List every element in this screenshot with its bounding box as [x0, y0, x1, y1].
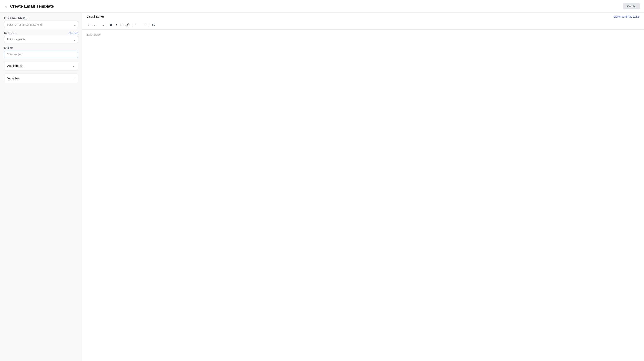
unordered-list-button[interactable]: [141, 23, 147, 28]
editor-header: Visual Editor Switch to HTML Editor: [82, 12, 644, 21]
svg-text:3: 3: [136, 25, 136, 26]
back-button[interactable]: ‹: [4, 3, 8, 9]
svg-point-11: [142, 25, 143, 26]
recipients-label: Recipients: [4, 31, 17, 34]
page-title: Create Email Template: [10, 4, 54, 9]
main-layout: Email Template Kind Select an email temp…: [0, 12, 644, 361]
attachments-section: Attachments ⌄: [4, 61, 78, 70]
editor-body-placeholder: Enter body: [86, 33, 100, 36]
attachments-chevron-icon: ⌄: [72, 64, 75, 68]
clear-formatting-button[interactable]: Tx: [150, 23, 156, 27]
attachments-header[interactable]: Attachments ⌄: [4, 61, 78, 70]
unordered-list-icon: [142, 23, 146, 26]
cc-button[interactable]: Cc: [68, 31, 72, 34]
variables-header[interactable]: Variables ⌄: [4, 74, 78, 83]
link-button[interactable]: [125, 23, 130, 28]
toolbar-separator-3: [148, 23, 149, 27]
subject-group: Subject: [4, 46, 78, 58]
ordered-list-icon: 1 2 3: [136, 23, 139, 26]
link-icon: [126, 23, 129, 26]
page-header: ‹ Create Email Template Create: [0, 0, 644, 12]
editor-title: Visual Editor: [86, 15, 104, 18]
svg-point-9: [142, 24, 143, 24]
editor-body[interactable]: Enter body: [82, 30, 644, 361]
recipients-select-wrapper: ⌄: [4, 36, 78, 43]
variables-section: Variables ⌄: [4, 74, 78, 83]
header-left: ‹ Create Email Template: [4, 3, 54, 9]
bcc-button[interactable]: Bcc: [74, 31, 78, 34]
email-template-kind-label: Email Template Kind: [4, 17, 78, 20]
email-template-kind-select-wrapper: Select an email template kind ⌄: [4, 21, 78, 28]
subject-label: Subject: [4, 46, 78, 49]
right-panel: Visual Editor Switch to HTML Editor Norm…: [82, 12, 644, 361]
ordered-list-button[interactable]: 1 2 3: [134, 23, 140, 28]
recipients-group: Recipients Cc Bcc ⌄: [4, 31, 78, 43]
format-select[interactable]: Normal Heading 1 Heading 2 Heading 3: [86, 23, 105, 28]
switch-to-html-button[interactable]: Switch to HTML Editor: [613, 15, 640, 18]
bold-button[interactable]: B: [108, 23, 114, 27]
recipients-label-row: Recipients Cc Bcc: [4, 31, 78, 34]
create-button[interactable]: Create: [623, 3, 640, 9]
recipients-input[interactable]: [4, 36, 78, 43]
toolbar-separator-2: [132, 23, 132, 27]
left-panel: Email Template Kind Select an email temp…: [0, 12, 82, 361]
underline-button[interactable]: U: [119, 23, 124, 27]
cc-bcc-links: Cc Bcc: [68, 31, 78, 34]
email-template-kind-group: Email Template Kind Select an email temp…: [4, 17, 78, 28]
subject-input[interactable]: [4, 51, 78, 58]
variables-chevron-icon: ⌄: [72, 76, 75, 80]
variables-title: Variables: [7, 77, 19, 80]
italic-button[interactable]: I: [114, 23, 118, 27]
email-template-kind-select[interactable]: Select an email template kind: [4, 21, 78, 28]
toolbar-separator-1: [107, 23, 107, 27]
attachments-title: Attachments: [7, 64, 23, 67]
svg-point-10: [142, 25, 143, 25]
format-select-wrapper: Normal Heading 1 Heading 2 Heading 3 ▾: [86, 23, 105, 28]
editor-toolbar: Normal Heading 1 Heading 2 Heading 3 ▾ B…: [82, 21, 644, 30]
